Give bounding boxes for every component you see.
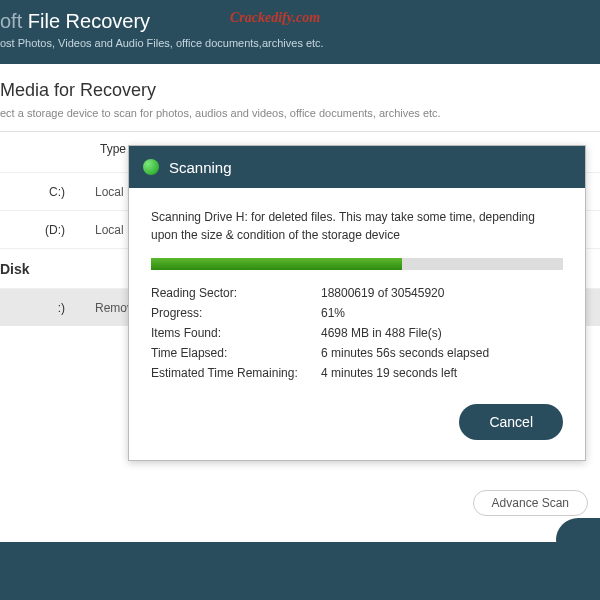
stat-row-sector: Reading Sector: 18800619 of 30545920: [151, 286, 563, 300]
drive-letter: C:): [0, 185, 95, 199]
dialog-title: Scanning: [169, 159, 232, 176]
stat-row-progress: Progress: 61%: [151, 306, 563, 320]
dialog-footer: Cancel: [129, 404, 585, 460]
section-header: Media for Recovery ect a storage device …: [0, 64, 600, 132]
stat-value: 61%: [321, 306, 563, 320]
stat-value: 4 minutes 19 seconds left: [321, 366, 563, 380]
app-subtitle: ost Photos, Videos and Audio Files, offi…: [0, 37, 600, 49]
dialog-header: Scanning: [129, 146, 585, 188]
section-title: Media for Recovery: [0, 80, 600, 101]
drive-letter: (D:): [0, 223, 95, 237]
stat-value: 18800619 of 30545920: [321, 286, 563, 300]
stat-label: Time Elapsed:: [151, 346, 321, 360]
cancel-button[interactable]: Cancel: [459, 404, 563, 440]
app-title: File Recovery: [28, 10, 150, 32]
scanning-orb-icon: [143, 159, 159, 175]
stat-label: Items Found:: [151, 326, 321, 340]
stat-label: Estimated Time Remaining:: [151, 366, 321, 380]
dialog-body: Scanning Drive H: for deleted files. Thi…: [129, 188, 585, 404]
drive-letter: :): [0, 301, 95, 315]
dialog-description: Scanning Drive H: for deleted files. Thi…: [151, 208, 563, 244]
scanning-dialog: Scanning Scanning Drive H: for deleted f…: [128, 145, 586, 461]
stat-value: 4698 MB in 488 File(s): [321, 326, 563, 340]
progress-bar: [151, 258, 563, 270]
brand-suffix: oft: [0, 10, 22, 32]
watermark-text: Crackedify.com: [230, 10, 320, 26]
bottom-bar: [0, 542, 600, 600]
scan-stats: Reading Sector: 18800619 of 30545920 Pro…: [151, 286, 563, 380]
stat-value: 6 minutes 56s seconds elapsed: [321, 346, 563, 360]
advance-scan-button[interactable]: Advance Scan: [473, 490, 588, 516]
column-type-header: Type: [100, 142, 126, 156]
section-subtitle: ect a storage device to scan for photos,…: [0, 107, 600, 119]
stat-row-remaining: Estimated Time Remaining: 4 minutes 19 s…: [151, 366, 563, 380]
stat-label: Reading Sector:: [151, 286, 321, 300]
progress-fill: [151, 258, 402, 270]
stat-row-elapsed: Time Elapsed: 6 minutes 56s seconds elap…: [151, 346, 563, 360]
app-header: oft File Recovery ost Photos, Videos and…: [0, 0, 600, 64]
stat-row-items: Items Found: 4698 MB in 488 File(s): [151, 326, 563, 340]
stat-label: Progress:: [151, 306, 321, 320]
